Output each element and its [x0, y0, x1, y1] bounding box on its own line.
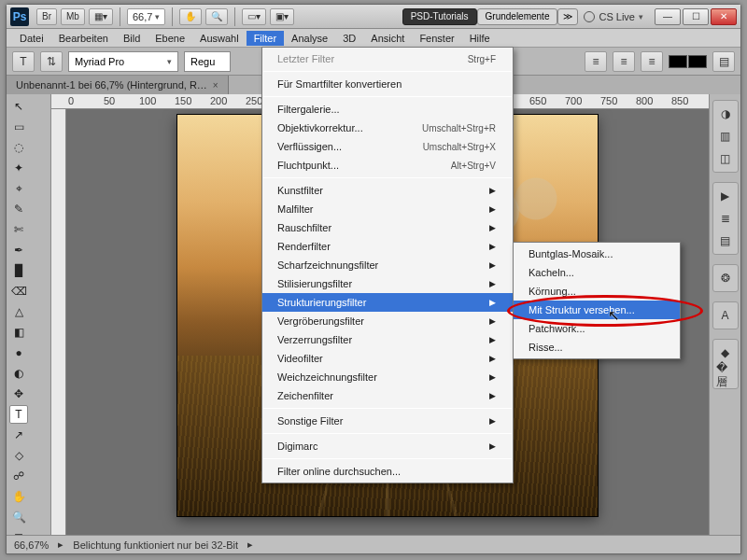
- menu-bearbeiten[interactable]: Bearbeiten: [51, 31, 116, 46]
- tool-preset-button[interactable]: T: [12, 51, 35, 72]
- tool-16[interactable]: ↗: [9, 426, 28, 444]
- view-extras-button[interactable]: ▦▾: [89, 8, 113, 25]
- close-icon[interactable]: ×: [213, 80, 218, 91]
- tool-15[interactable]: T: [9, 405, 28, 424]
- submenu-item[interactable]: Mit Struktur versehen...: [514, 301, 680, 319]
- tool-8[interactable]: ▉: [9, 261, 28, 280]
- submenu-item[interactable]: Risse...: [514, 338, 680, 357]
- dock-icon[interactable]: ▥: [716, 127, 735, 146]
- menu-item[interactable]: Kunstfilter▶: [262, 181, 513, 200]
- tool-17[interactable]: ◇: [9, 446, 28, 465]
- submenu-item[interactable]: Patchwork...: [514, 319, 680, 338]
- zoom-button[interactable]: 🔍: [205, 8, 228, 25]
- tool-5[interactable]: ✎: [9, 200, 28, 218]
- menu-item[interactable]: Renderfilter▶: [262, 237, 513, 256]
- menu-item: Letzter FilterStrg+F: [262, 49, 513, 68]
- color-swatch[interactable]: [669, 55, 707, 68]
- menu-hilfe[interactable]: Hilfe: [462, 31, 498, 46]
- close-button[interactable]: ✕: [711, 8, 737, 25]
- menu-item[interactable]: Filter online durchsuchen...: [262, 462, 513, 481]
- menu-item[interactable]: Weichzeichnungsfilter▶: [262, 368, 513, 386]
- menu-ebene[interactable]: Ebene: [148, 31, 192, 46]
- bridge-button[interactable]: Br: [36, 8, 57, 25]
- menu-item[interactable]: Objektivkorrektur...Umschalt+Strg+R: [262, 119, 513, 137]
- menu-item[interactable]: Verflüssigen...Umschalt+Strg+X: [262, 137, 513, 156]
- dock-icon[interactable]: �層: [716, 366, 735, 385]
- filter-menu: Letzter FilterStrg+FFür Smartfilter konv…: [261, 47, 514, 483]
- font-style-select[interactable]: Regu: [184, 51, 231, 72]
- dock-icon[interactable]: ◫: [716, 149, 735, 168]
- dock-icon[interactable]: ❂: [716, 269, 735, 287]
- workspace-psd-tutorials[interactable]: PSD-Tutorials: [402, 8, 477, 25]
- dock-group-0: ◑▥◫: [712, 100, 739, 173]
- menu-bild[interactable]: Bild: [116, 31, 148, 46]
- tool-10[interactable]: △: [9, 302, 28, 321]
- submenu-item[interactable]: Buntglas-Mosaik...: [514, 245, 680, 263]
- menu-item[interactable]: Zeichenfilter▶: [262, 386, 513, 405]
- menu-ansicht[interactable]: Ansicht: [363, 31, 412, 46]
- dock-icon[interactable]: A: [716, 306, 735, 325]
- submenu-item[interactable]: Körnung...: [514, 282, 680, 301]
- menu-item[interactable]: Filtergalerie...: [262, 100, 513, 119]
- dock-group-2: ❂: [712, 264, 739, 292]
- menu-3d[interactable]: 3D: [335, 31, 363, 46]
- align-right-button[interactable]: ≡: [641, 51, 663, 72]
- tool-19[interactable]: ✋: [9, 487, 28, 506]
- tool-3[interactable]: ✦: [9, 159, 28, 177]
- document-tab[interactable]: Unbenannt-1 bei 66,7% (Hintergrund, R…×: [7, 76, 229, 94]
- character-panel-button[interactable]: ▤: [712, 51, 735, 72]
- text-orientation-button[interactable]: ⇅: [40, 51, 63, 72]
- font-family-select[interactable]: Myriad Pro▾: [68, 51, 178, 72]
- submenu-item[interactable]: Kacheln...: [514, 263, 680, 282]
- tool-9[interactable]: ⌫: [9, 282, 28, 301]
- minibridge-button[interactable]: Mb: [61, 8, 85, 25]
- maximize-button[interactable]: ☐: [683, 8, 709, 25]
- menu-datei[interactable]: Datei: [12, 31, 51, 46]
- tool-6[interactable]: ✄: [9, 220, 28, 239]
- workspace-more[interactable]: ≫: [557, 8, 578, 25]
- menu-item[interactable]: Fluchtpunkt...Alt+Strg+V: [262, 156, 513, 175]
- tool-1[interactable]: ▭: [9, 118, 28, 136]
- menu-item[interactable]: Verzerrungsfilter▶: [262, 330, 513, 349]
- tool-12[interactable]: ●: [9, 343, 28, 362]
- dock-icon[interactable]: ▤: [716, 231, 735, 250]
- screenmode-button[interactable]: ▣▾: [270, 8, 294, 25]
- menu-analyse[interactable]: Analyse: [284, 31, 335, 46]
- minimize-button[interactable]: —: [655, 8, 681, 25]
- menu-auswahl[interactable]: Auswahl: [192, 31, 247, 46]
- align-left-button[interactable]: ≡: [585, 51, 607, 72]
- cs-live-button[interactable]: CS Live▾: [584, 11, 643, 22]
- tool-20[interactable]: 🔍: [9, 508, 28, 526]
- tool-0[interactable]: ↖: [9, 97, 28, 116]
- tool-13[interactable]: ◐: [9, 364, 28, 383]
- menu-item[interactable]: Vergröberungsfilter▶: [262, 312, 513, 330]
- toolbox: ↖▭◌✦⌖✎✄✒▉⌫△◧●◐✥T↗◇☍✋🔍⊞: [7, 94, 51, 535]
- menu-item[interactable]: Videofilter▶: [262, 349, 513, 368]
- menu-item[interactable]: Strukturierungsfilter▶: [262, 293, 513, 312]
- menu-item[interactable]: Malfilter▶: [262, 200, 513, 218]
- hand-button[interactable]: ✋: [179, 8, 202, 25]
- menu-item[interactable]: Sonstige Filter▶: [262, 412, 513, 430]
- menu-filter[interactable]: Filter: [247, 31, 284, 46]
- menu-item[interactable]: Stilisierungsfilter▶: [262, 274, 513, 293]
- dock-icon[interactable]: ▶: [716, 187, 735, 205]
- menu-fenster[interactable]: Fenster: [412, 31, 461, 46]
- dock-icon[interactable]: ◆: [716, 343, 735, 362]
- tool-14[interactable]: ✥: [9, 385, 28, 403]
- menu-item[interactable]: Scharfzeichnungsfilter▶: [262, 256, 513, 274]
- tool-7[interactable]: ✒: [9, 241, 28, 259]
- tool-2[interactable]: ◌: [9, 138, 28, 157]
- dock-icon[interactable]: ≣: [716, 209, 735, 228]
- zoom-combo[interactable]: 66,7▾: [127, 8, 165, 25]
- workspace-grundelemente[interactable]: Grundelemente: [477, 8, 558, 25]
- align-center-button[interactable]: ≡: [613, 51, 635, 72]
- tool-11[interactable]: ◧: [9, 323, 28, 342]
- tool-21[interactable]: ⊞: [9, 528, 28, 535]
- dock-icon[interactable]: ◑: [716, 105, 735, 123]
- menu-item[interactable]: Rauschfilter▶: [262, 218, 513, 237]
- menu-item[interactable]: Digimarc▶: [262, 437, 513, 455]
- menu-item[interactable]: Für Smartfilter konvertieren: [262, 75, 513, 93]
- arrange-button[interactable]: ▭▾: [242, 8, 266, 25]
- tool-4[interactable]: ⌖: [9, 179, 28, 198]
- tool-18[interactable]: ☍: [9, 467, 28, 485]
